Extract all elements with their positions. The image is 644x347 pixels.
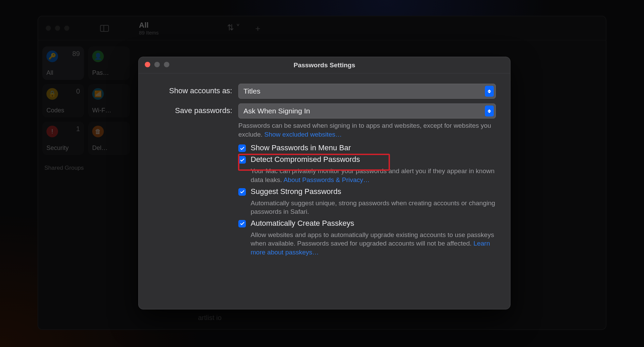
suggest-strong-help: Automatically suggest unique, strong pas… [238, 199, 496, 216]
suggest-strong-label: Suggest Strong Passwords [251, 187, 341, 196]
dialog-title: Passwords Settings [294, 61, 355, 69]
auto-passkeys-help: Allow websites and apps to automatically… [238, 231, 496, 257]
show-accounts-value: Titles [243, 87, 260, 95]
wifi-icon: 📶 [92, 88, 104, 100]
add-icon[interactable]: ＋ [254, 23, 262, 34]
checkmark-icon [240, 146, 245, 151]
list-subtitle: 89 Items [139, 30, 159, 36]
about-privacy-link[interactable]: About Passwords & Privacy… [283, 176, 369, 183]
show-in-menubar-checkbox[interactable] [238, 144, 246, 152]
passwords-settings-dialog: Passwords Settings Show accounts as: Tit… [138, 57, 510, 309]
checkmark-icon [240, 221, 245, 226]
suggest-strong-checkbox[interactable] [238, 188, 246, 196]
detect-compromised-help: Your Mac can privately monitor your pass… [238, 167, 496, 184]
checkmark-icon [240, 157, 245, 163]
dialog-titlebar[interactable]: Passwords Settings [139, 57, 510, 73]
sort-icon[interactable]: ⇅ ˅ [227, 23, 240, 34]
app-titlebar: All 89 Items ⇅ ˅ ＋ [38, 16, 606, 40]
sidebar-tile-passkeys[interactable]: 👤 Pas… [88, 46, 130, 80]
dialog-traffic-lights[interactable] [145, 62, 169, 67]
person-icon: 👤 [92, 51, 104, 62]
zoom-icon[interactable] [164, 62, 169, 67]
zoom-icon[interactable] [64, 26, 69, 31]
app-traffic-lights[interactable] [46, 26, 69, 31]
detect-compromised-checkbox[interactable] [238, 156, 246, 164]
sidebar-tile-all[interactable]: 89 🔑 All [42, 46, 84, 80]
auto-passkeys-checkbox[interactable] [238, 220, 246, 227]
save-passwords-label: Save passwords: [153, 103, 238, 115]
save-passwords-help: Passwords can be saved when signing in t… [238, 121, 496, 139]
close-icon[interactable] [46, 26, 51, 31]
shared-groups-heading: Shared Groups [44, 165, 130, 171]
trash-icon: 🗑 [92, 126, 104, 137]
checkbox-group: Show Passwords in Menu Bar Detect Compro… [153, 143, 496, 256]
sidebar: 89 🔑 All 👤 Pas… 0 🔒 Codes 📶 Wi-F… [38, 40, 134, 206]
lock-icon: 🔒 [46, 88, 58, 100]
sidebar-tile-deleted[interactable]: 🗑 Del… [88, 122, 130, 155]
sidebar-tile-codes[interactable]: 0 🔒 Codes [42, 84, 84, 117]
excluded-websites-link[interactable]: Show excluded websites… [264, 131, 342, 138]
key-icon: 🔑 [46, 51, 58, 62]
close-icon[interactable] [145, 62, 150, 67]
save-passwords-select[interactable]: Ask When Signing In [238, 103, 496, 119]
show-accounts-label: Show accounts as: [153, 84, 238, 95]
minimize-icon[interactable] [154, 62, 160, 67]
save-passwords-value: Ask When Signing In [243, 107, 310, 115]
auto-passkeys-label: Automatically Create Passkeys [251, 219, 354, 228]
dialog-body: Show accounts as: Titles Save passwords:… [139, 73, 510, 270]
chevron-updown-icon [485, 86, 494, 97]
sidebar-tile-wifi[interactable]: 📶 Wi-F… [88, 84, 130, 117]
checkmark-icon [240, 189, 245, 194]
alert-icon: ! [46, 126, 58, 137]
list-item-fragment: artlist io [198, 314, 222, 322]
sidebar-toggle-icon[interactable] [100, 25, 109, 32]
show-accounts-select[interactable]: Titles [238, 84, 496, 99]
show-in-menubar-label: Show Passwords in Menu Bar [251, 143, 351, 152]
chevron-updown-icon [485, 106, 494, 116]
sidebar-tile-security[interactable]: 1 ! Security [42, 122, 84, 155]
detect-compromised-label: Detect Compromised Passwords [251, 155, 360, 164]
minimize-icon[interactable] [55, 26, 60, 31]
list-title: All [139, 21, 159, 30]
